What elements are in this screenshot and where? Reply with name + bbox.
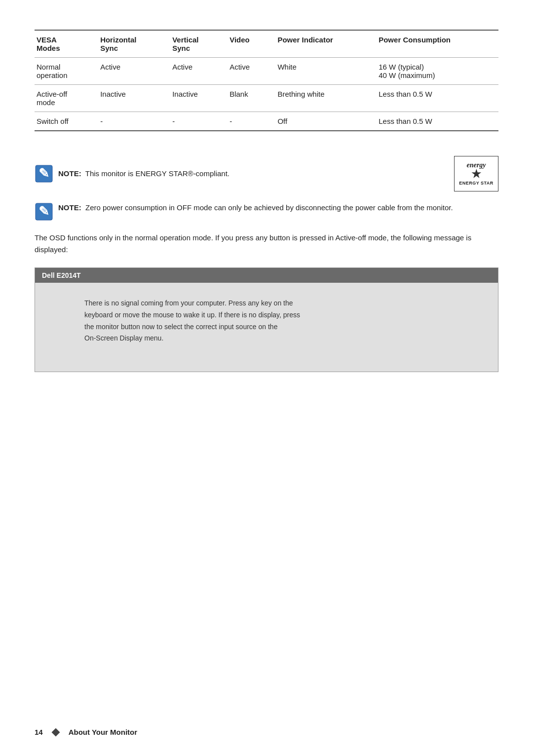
table-row: Normaloperation Active Active Active Whi… [35, 58, 498, 85]
cell-vsync-3: - [166, 112, 224, 131]
note2-section: ✎ NOTE: Zero power consumption in OFF mo… [35, 202, 498, 221]
section-title: About Your Monitor [69, 728, 137, 736]
cell-indicator-2: Brething white [271, 85, 373, 112]
osd-message: There is no signal coming from your comp… [84, 298, 468, 344]
osd-description: The OSD functions only in the normal ope… [35, 232, 498, 256]
note1-icon: ✎ [35, 164, 53, 183]
diamond-separator-icon [51, 728, 60, 736]
cell-consumption-2: Less than 0.5 W [373, 85, 498, 112]
osd-title: Dell E2014T [42, 271, 81, 279]
col-header-video: Video [224, 30, 271, 58]
svg-text:✎: ✎ [38, 204, 49, 219]
cell-indicator-3: Off [271, 112, 373, 131]
cell-vsync-1: Active [166, 58, 224, 85]
table-row: Active-offmode Inactive Inactive Blank B… [35, 85, 498, 112]
cell-mode-3: Switch off [35, 112, 94, 131]
cell-hsync-1: Active [94, 58, 166, 85]
energy-star-badge: energy ★ ENERGY STAR [454, 156, 498, 191]
note1-section: ✎ NOTE: This monitor is ENERGY STAR®-com… [35, 156, 498, 191]
note2-text: NOTE: Zero power consumption in OFF mode… [58, 202, 453, 214]
page-footer: 14 About Your Monitor [35, 728, 137, 736]
badge-star-icon: ★ [471, 169, 481, 180]
cell-consumption-1: 16 W (typical)40 W (maximum) [373, 58, 498, 85]
cell-video-2: Blank [224, 85, 271, 112]
cell-mode-1: Normaloperation [35, 58, 94, 85]
cell-vsync-2: Inactive [166, 85, 224, 112]
page-number: 14 [35, 728, 43, 736]
osd-title-bar: Dell E2014T [35, 268, 498, 283]
col-header-indicator: Power Indicator [271, 30, 373, 58]
note2-icon: ✎ [35, 202, 53, 221]
cell-hsync-3: - [94, 112, 166, 131]
col-header-hsync: HorizontalSync [94, 30, 166, 58]
osd-content-area: There is no signal coming from your comp… [35, 283, 498, 372]
cell-consumption-3: Less than 0.5 W [373, 112, 498, 131]
cell-hsync-2: Inactive [94, 85, 166, 112]
col-header-vesa: VESAModes [35, 30, 94, 58]
col-header-consumption: Power Consumption [373, 30, 498, 58]
cell-video-1: Active [224, 58, 271, 85]
power-modes-table: VESAModes HorizontalSync VerticalSync Vi… [35, 30, 498, 131]
badge-label-text: ENERGY STAR [459, 181, 494, 186]
cell-mode-2: Active-offmode [35, 85, 94, 112]
svg-text:✎: ✎ [38, 166, 49, 181]
cell-indicator-1: White [271, 58, 373, 85]
osd-dialog: Dell E2014T There is no signal coming fr… [35, 267, 498, 372]
col-header-vsync: VerticalSync [166, 30, 224, 58]
note1-content: ✎ NOTE: This monitor is ENERGY STAR®-com… [35, 164, 454, 183]
table-row: Switch off - - - Off Less than 0.5 W [35, 112, 498, 131]
cell-video-3: - [224, 112, 271, 131]
note1-text: NOTE: This monitor is ENERGY STAR®-compl… [58, 168, 229, 180]
